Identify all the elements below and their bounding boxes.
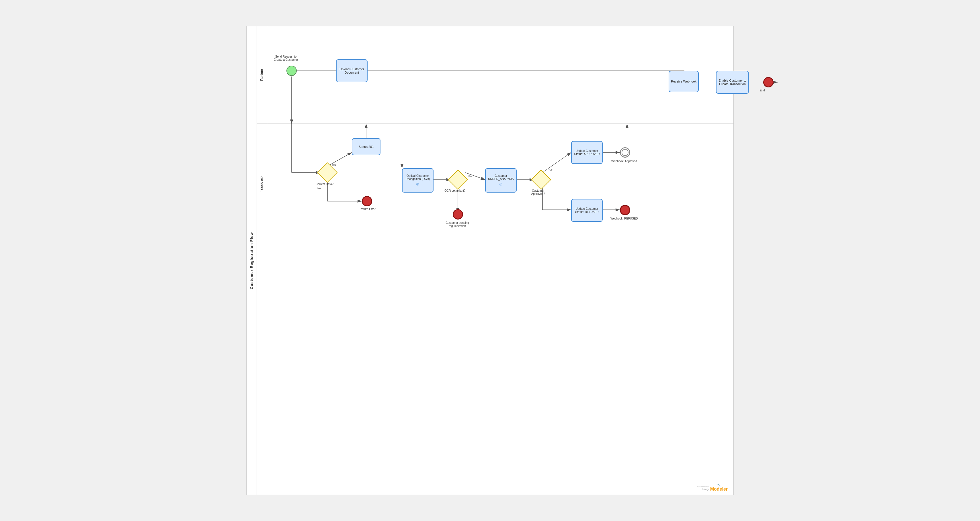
- return-error-label: Return Error: [356, 208, 379, 211]
- upload-doc-task[interactable]: Upload Customer Document: [336, 59, 368, 82]
- webhook-refused-label: Webhook: REFUSED: [610, 217, 638, 220]
- end-event-label: End: [760, 89, 765, 92]
- watermark-brand: Modeler: [710, 487, 728, 492]
- update-approved-task[interactable]: Update Customer Status: APPROVED: [571, 141, 603, 164]
- end-refused-circle: [620, 205, 630, 215]
- lane-label-fxaas-text: FXaaS API: [260, 175, 264, 192]
- no1-label: No: [317, 187, 321, 190]
- start-event-circle: [286, 66, 297, 76]
- end-event: [763, 77, 773, 87]
- customer-pending-label: Customer pending regularization: [442, 221, 473, 227]
- ocr-compliant-gateway: [448, 170, 468, 190]
- lane-content-partner: Send Request to Create a Customer Upload…: [267, 26, 733, 124]
- lane-label-partner: Partner: [257, 26, 267, 124]
- return-error-event: [362, 196, 372, 206]
- customer-pending-circle: [453, 209, 463, 219]
- return-error-circle: [362, 196, 372, 206]
- ocr-task[interactable]: Optical Character Recognition (OCR) ⊕: [402, 168, 434, 192]
- start-event: [286, 66, 297, 76]
- customer-pending-event: [453, 209, 463, 219]
- customer-approved-gateway: [531, 170, 551, 190]
- diagram-title: Customer Registration Flow: [250, 232, 254, 289]
- lane-content-fxaas: Status 201 Correct Data? Yes No Return E…: [267, 124, 733, 244]
- watermark-text: Powered by bizagi: [697, 485, 708, 491]
- end-refused-event: [620, 205, 630, 215]
- svg-line-20: [542, 152, 571, 173]
- enable-transaction-task[interactable]: Enable Customer to Create Transaction: [716, 71, 749, 94]
- watermark: Powered by bizagi 🔧 Modeler: [697, 484, 728, 492]
- start-event-label: Send Request to Create a Customer: [273, 55, 299, 61]
- no2-label: No: [453, 189, 457, 192]
- lanes-container: Partner: [257, 26, 733, 495]
- watermark-brand-area: 🔧 Modeler: [710, 484, 728, 492]
- webhook-approved-circle: [620, 147, 630, 157]
- yes2-label: Yes: [468, 175, 472, 178]
- end-event-circle: [763, 77, 773, 87]
- receive-webhook-task[interactable]: Receive Webhook: [669, 71, 699, 92]
- under-analysis-task[interactable]: Customer UNDER_ANALYSIS ⊕: [485, 168, 517, 192]
- diagram-title-vertical: Customer Registration Flow: [247, 26, 257, 495]
- update-refused-task[interactable]: Update Customer Status: REFUSED: [571, 199, 603, 222]
- lane-fxaas: FXaaS API: [257, 124, 733, 244]
- status-201-task[interactable]: Status 201: [352, 138, 380, 155]
- no3-label: No: [535, 190, 539, 192]
- lane-partner: Partner: [257, 26, 733, 124]
- page-container: Customer Registration Flow Partner: [246, 26, 734, 495]
- yes3-label: Yes: [548, 168, 552, 171]
- lane-label-partner-text: Partner: [260, 69, 264, 81]
- yes1-label: Yes: [332, 164, 336, 166]
- lane-label-fxaas: FXaaS API: [257, 124, 267, 244]
- correct-data-label: Correct Data?: [313, 183, 336, 186]
- webhook-approved-label: Webhook: Approved: [610, 160, 638, 163]
